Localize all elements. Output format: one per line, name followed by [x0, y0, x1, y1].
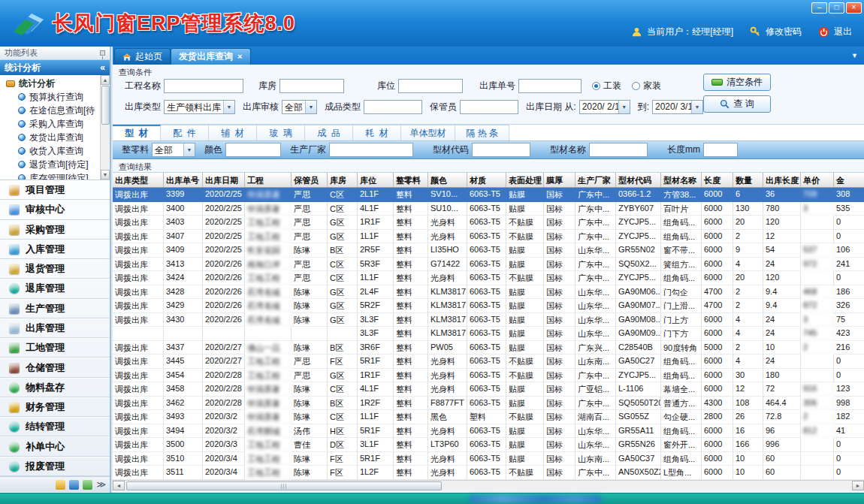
hscroll-thumb[interactable]: ||| — [126, 481, 442, 490]
sidebar-module-9[interactable]: 仓储管理 — [0, 358, 110, 377]
table-row[interactable]: 调拨出库35102020/3/4工地工程陈琳F区5R1F整料光身料6063-T5… — [113, 452, 864, 466]
table-row[interactable]: 调拨出库34002020/2/25华润原著严思C区4L1F整料SU10...60… — [113, 202, 864, 216]
tab-shipping-outbound-query[interactable]: 发货出库查询 × — [171, 48, 251, 65]
sidebar-module-5[interactable]: 退库管理 — [0, 279, 110, 298]
close-button[interactable]: × — [846, 2, 862, 14]
column-header[interactable]: 保管员 — [292, 173, 328, 187]
color-input[interactable] — [225, 143, 281, 157]
product-type-input[interactable] — [364, 100, 422, 114]
table-row[interactable]: 调拨出库34072020/2/25工地工程严思G区1L1F整料光身料6063-T… — [113, 230, 864, 244]
sidebar-module-1[interactable]: 审核中心 — [0, 200, 110, 219]
clear-conditions-button[interactable]: 清空条件 — [703, 74, 771, 91]
scroll-thumb[interactable] — [101, 86, 110, 125]
scroll-right-icon[interactable]: ► — [852, 481, 864, 490]
table-row[interactable]: 调拨出库34282020/2/26石湾名城陈琳G区2L4F整料KLM381760… — [113, 285, 864, 300]
table-row[interactable]: 调拨出库34032020/2/25工地工程严思G区1R1F整料光身料6063-T… — [113, 216, 864, 230]
order-no-input[interactable] — [518, 79, 582, 93]
warehouse-input[interactable] — [279, 79, 344, 93]
tab-list-dropdown-icon[interactable]: ▼ — [851, 52, 858, 59]
location-input[interactable] — [398, 79, 463, 93]
sidebar-module-0[interactable]: 项目管理 — [0, 180, 110, 200]
sidebar-module-7[interactable]: 出库管理 — [0, 318, 110, 338]
tree-item[interactable]: 库存管理[待定] — [0, 171, 100, 180]
sidebar-module-13[interactable]: 补单中心 — [0, 436, 110, 456]
material-tab-3[interactable]: 玻 璃 — [257, 125, 305, 140]
sidebar-module-4[interactable]: 退货管理 — [0, 259, 110, 279]
column-header[interactable]: 出库类型 — [113, 173, 164, 187]
sidebar-module-10[interactable]: 物料盘存 — [0, 378, 110, 397]
table-row[interactable]: 调拨出库33992020/2/25华润原著严思C区2L1F整料SV10...60… — [113, 188, 864, 202]
column-header[interactable]: 长度 — [702, 173, 733, 187]
sidebar-module-12[interactable]: 结转管理 — [0, 417, 110, 436]
more-buttons-icon[interactable]: ≫ — [96, 479, 106, 490]
sidebar-module-11[interactable]: 财务管理 — [0, 397, 110, 417]
column-header[interactable]: 金 — [834, 173, 864, 187]
column-header[interactable]: 出库单号 — [164, 173, 203, 187]
chart-icon[interactable] — [83, 480, 92, 490]
maximize-button[interactable]: □ — [829, 2, 844, 14]
date-to-picker[interactable]: 2020/ 3/16 ▼ — [652, 100, 703, 114]
search-button[interactable]: 查 询 — [703, 95, 771, 113]
tab-home[interactable]: 起始页 — [114, 48, 171, 65]
keeper-input[interactable] — [460, 100, 518, 114]
calendar-dropdown-icon[interactable]: ▼ — [618, 101, 630, 113]
table-row[interactable]: 调拨出库34622020/2/28华润原著陈琳B区1R2F整料F8877FT60… — [113, 397, 864, 411]
dropdown-arrow-icon[interactable]: ▼ — [183, 143, 195, 156]
material-tab-4[interactable]: 成 品 — [305, 125, 353, 140]
sidebar-section-statistics[interactable]: 统计分析 « — [0, 60, 110, 75]
column-header[interactable]: 生产厂家 — [575, 173, 616, 187]
length-input[interactable] — [703, 143, 738, 157]
whole-select[interactable]: 全部 ▼ — [152, 143, 195, 157]
table-row[interactable]: 调拨出库35112020/3/4工地工程陈琳F区1L2F整料光身料6063-T5… — [113, 466, 864, 480]
scroll-down-icon[interactable]: ▼ — [101, 170, 110, 180]
column-header[interactable]: 型材代码 — [616, 173, 661, 187]
radio-jiazhuang-icon[interactable] — [632, 82, 640, 90]
tree-item[interactable]: 退货查询[待定] — [0, 158, 100, 171]
table-row[interactable]: 调拨出库34542020/2/28工地工程严思G区1R1F整料光身料6063-T… — [113, 369, 864, 383]
change-password-link[interactable]: 修改密码 — [766, 26, 802, 38]
out-type-select[interactable]: 生产领料出库 ▼ — [164, 100, 235, 114]
column-header[interactable]: 数量 — [733, 173, 763, 187]
material-tab-7[interactable]: 隔 热 条 — [455, 125, 509, 140]
column-header[interactable]: 库房 — [328, 173, 358, 187]
table-row[interactable]: 调拨出库34932020/3/2华润原著陈琳C区1L1F整料黑色塑料不贴膜国标湖… — [113, 410, 864, 424]
table-row[interactable]: 调拨出库34302020/2/26石湾名城陈琳G区3L3F整料KLM381760… — [113, 313, 864, 327]
column-header[interactable]: 型材名称 — [661, 173, 702, 187]
sidebar-module-3[interactable]: 入库管理 — [0, 240, 110, 259]
table-row[interactable]: 调拨出库34452020/2/27工地工程严思F区5R1F整料光身料6063-T… — [113, 355, 864, 369]
sidebar-module-8[interactable]: 工地管理 — [0, 338, 110, 358]
radio-gongzhuang-icon[interactable] — [592, 82, 600, 90]
column-header[interactable]: 出库长度 — [763, 173, 801, 187]
horizontal-scrollbar[interactable]: ◄ ||| ► — [113, 480, 864, 490]
sidebar-module-2[interactable]: 采购管理 — [0, 220, 110, 240]
radio-gongzhuang[interactable]: 工装 — [592, 80, 621, 92]
column-header[interactable]: 材质 — [467, 173, 506, 187]
tree-item[interactable]: 发货出库查询 — [0, 131, 100, 144]
profile-name-input[interactable] — [589, 143, 648, 157]
table-row[interactable]: 调拨出库34292020/2/26石湾名城陈琳G区5R2F整料KLM381760… — [113, 299, 864, 313]
project-name-input[interactable] — [164, 79, 243, 93]
column-header[interactable]: 库位 — [358, 173, 394, 187]
column-header[interactable]: 单价 — [801, 173, 834, 187]
material-tab-6[interactable]: 单体型材 — [401, 125, 455, 140]
dropdown-arrow-icon[interactable]: ▼ — [305, 101, 316, 113]
collapse-icon[interactable]: « — [100, 62, 105, 73]
sidebar-module-14[interactable]: 报废管理 — [0, 457, 110, 476]
tree-item[interactable]: 在途信息查询[待 — [0, 104, 100, 117]
table-row[interactable]: 调拨出库34942020/3/2石湾辉城汤伟H区5R1F整料光身料6063-T5… — [113, 424, 864, 439]
table-row[interactable]: 调拨出库34092020/2/25长安花园陈琳B区2R5F整料LI35HO606… — [113, 243, 864, 258]
pin-icon[interactable] — [100, 50, 105, 56]
minimize-button[interactable]: – — [811, 2, 827, 14]
manufacturer-input[interactable] — [329, 143, 413, 157]
material-tab-5[interactable]: 耗 材 — [353, 125, 401, 140]
scroll-left-icon[interactable]: ◄ — [113, 481, 125, 490]
folder-icon[interactable] — [56, 480, 65, 490]
calendar-dropdown-icon[interactable]: ▼ — [691, 101, 702, 113]
scroll-up-icon[interactable]: ▲ — [101, 75, 110, 85]
table-row[interactable]: 调拨出库34582020/2/28华润原著陈琳C区4L1F整料光身料6063-T… — [113, 382, 864, 397]
material-tab-1[interactable]: 配 件 — [161, 125, 209, 140]
column-header[interactable]: 出库日期 — [203, 173, 245, 187]
sidebar-module-6[interactable]: 生产管理 — [0, 299, 110, 318]
tree-root[interactable]: 统计分析 — [0, 77, 100, 90]
monitor-icon[interactable] — [69, 480, 79, 490]
